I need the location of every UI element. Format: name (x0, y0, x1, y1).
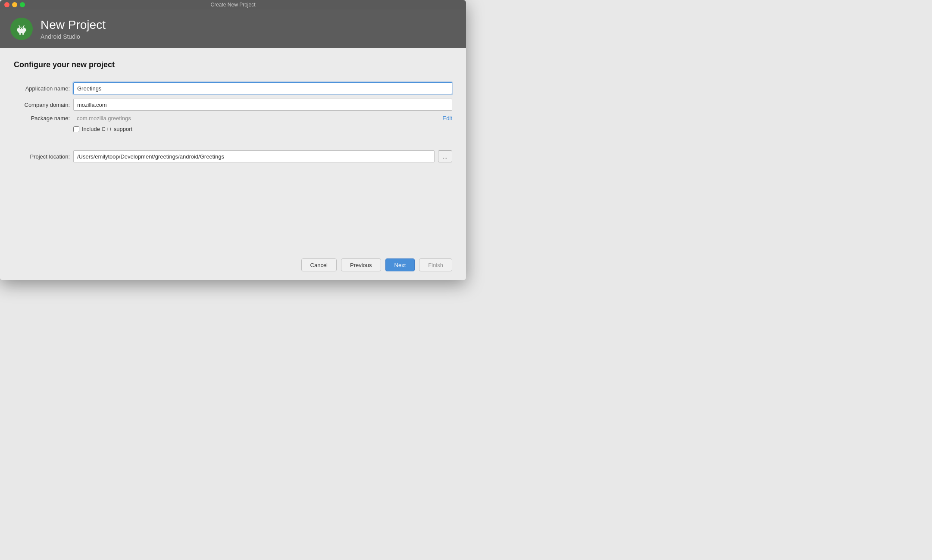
button-bar: Cancel Previous Next Finish (14, 253, 452, 273)
close-button[interactable] (4, 2, 9, 7)
main-content: Configure your new project Application n… (0, 48, 466, 280)
header-text-group: New Project Android Studio (41, 18, 106, 40)
window-title: Create New Project (210, 2, 255, 8)
svg-rect-8 (19, 33, 21, 35)
titlebar: Create New Project (0, 0, 466, 9)
package-name-label: Package name: (14, 115, 70, 121)
svg-rect-7 (25, 28, 26, 31)
svg-point-4 (20, 28, 21, 29)
project-location-label: Project location: (14, 153, 70, 160)
company-domain-input[interactable] (73, 99, 452, 111)
package-name-row: Package name: com.mozilla.greetings Edit (14, 115, 452, 121)
cancel-button[interactable]: Cancel (301, 258, 337, 271)
cpp-support-checkbox[interactable] (73, 126, 79, 132)
svg-point-5 (22, 28, 23, 29)
svg-rect-9 (22, 33, 24, 35)
browse-button[interactable]: ... (438, 150, 452, 162)
minimize-button[interactable] (12, 2, 17, 7)
project-location-input[interactable] (73, 150, 435, 162)
section-title: Configure your new project (14, 60, 452, 69)
spacer (14, 162, 452, 253)
android-studio-logo (10, 18, 33, 40)
finish-button[interactable]: Finish (419, 258, 452, 271)
form-area: Application name: Company domain: Packag… (14, 82, 452, 132)
application-name-input[interactable] (73, 82, 452, 94)
edit-package-link[interactable]: Edit (443, 115, 452, 121)
header-banner: New Project Android Studio (0, 9, 466, 48)
svg-rect-6 (17, 28, 18, 31)
header-title: New Project (41, 18, 106, 32)
previous-button[interactable]: Previous (341, 258, 381, 271)
maximize-button[interactable] (20, 2, 25, 7)
cpp-support-row: Include C++ support (14, 126, 452, 132)
company-domain-label: Company domain: (14, 102, 70, 108)
company-domain-row: Company domain: (14, 99, 452, 111)
window-controls (4, 2, 25, 7)
header-subtitle: Android Studio (41, 33, 106, 40)
project-location-section: Project location: ... (14, 150, 452, 162)
application-name-label: Application name: (14, 85, 70, 92)
package-name-value: com.mozilla.greetings (73, 115, 439, 121)
application-name-row: Application name: (14, 82, 452, 94)
android-logo-icon (14, 21, 29, 37)
svg-rect-1 (18, 28, 25, 33)
cpp-support-label: Include C++ support (82, 126, 132, 132)
next-button[interactable]: Next (385, 258, 415, 271)
